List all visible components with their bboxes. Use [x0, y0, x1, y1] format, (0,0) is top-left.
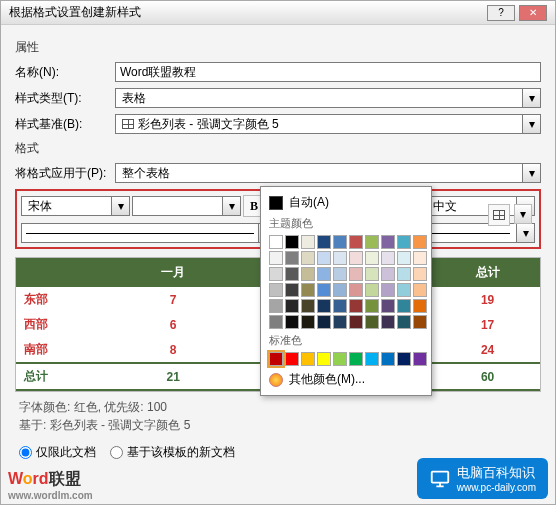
color-swatch[interactable]: [301, 235, 315, 249]
color-swatch[interactable]: [317, 251, 331, 265]
color-swatch[interactable]: [269, 267, 283, 281]
color-swatch[interactable]: [349, 299, 363, 313]
color-swatch[interactable]: [301, 283, 315, 297]
color-picker-popup: 自动(A) 主题颜色 标准色 其他颜色(M)...: [260, 186, 432, 396]
color-swatch[interactable]: [413, 315, 427, 329]
color-swatch[interactable]: [317, 352, 331, 366]
color-swatch[interactable]: [349, 235, 363, 249]
close-button[interactable]: ✕: [519, 5, 547, 21]
color-swatch[interactable]: [365, 235, 379, 249]
chevron-down-icon[interactable]: ▾: [517, 223, 535, 243]
chevron-down-icon[interactable]: ▾: [112, 196, 130, 216]
color-swatch[interactable]: [333, 251, 347, 265]
color-swatch[interactable]: [269, 283, 283, 297]
color-swatch[interactable]: [333, 315, 347, 329]
color-swatch[interactable]: [413, 251, 427, 265]
color-swatch[interactable]: [413, 352, 427, 366]
color-swatch[interactable]: [381, 352, 395, 366]
color-swatch[interactable]: [301, 299, 315, 313]
help-button[interactable]: ?: [487, 5, 515, 21]
color-swatch[interactable]: [349, 283, 363, 297]
color-swatch[interactable]: [365, 352, 379, 366]
color-swatch[interactable]: [397, 315, 411, 329]
color-swatch[interactable]: [333, 267, 347, 281]
auto-color-option[interactable]: 自动(A): [265, 191, 427, 214]
color-swatch[interactable]: [333, 235, 347, 249]
color-swatch[interactable]: [317, 235, 331, 249]
color-swatch[interactable]: [413, 299, 427, 313]
color-swatch[interactable]: [285, 315, 299, 329]
color-swatch[interactable]: [381, 235, 395, 249]
color-swatch[interactable]: [413, 283, 427, 297]
color-swatch[interactable]: [285, 352, 299, 366]
color-swatch[interactable]: [317, 299, 331, 313]
border-button[interactable]: [488, 204, 510, 226]
table-grid-icon: [122, 119, 134, 129]
color-swatch[interactable]: [365, 315, 379, 329]
color-swatch[interactable]: [349, 352, 363, 366]
apply-to-label: 将格式应用于(P):: [15, 165, 115, 182]
color-swatch[interactable]: [397, 235, 411, 249]
name-input[interactable]: [115, 62, 541, 82]
color-wheel-icon: [269, 373, 283, 387]
color-swatch[interactable]: [365, 251, 379, 265]
apply-to-select[interactable]: 整个表格: [115, 163, 523, 183]
chevron-down-icon[interactable]: ▾: [514, 204, 532, 224]
color-swatch[interactable]: [381, 267, 395, 281]
color-swatch[interactable]: [365, 283, 379, 297]
color-swatch[interactable]: [381, 283, 395, 297]
color-swatch[interactable]: [301, 315, 315, 329]
more-colors-option[interactable]: 其他颜色(M)...: [265, 368, 427, 391]
color-swatch[interactable]: [285, 283, 299, 297]
color-swatch[interactable]: [285, 299, 299, 313]
color-swatch[interactable]: [285, 251, 299, 265]
chevron-down-icon[interactable]: ▾: [523, 114, 541, 134]
color-swatch[interactable]: [381, 315, 395, 329]
color-swatch[interactable]: [413, 267, 427, 281]
color-swatch[interactable]: [397, 299, 411, 313]
color-swatch[interactable]: [269, 352, 283, 366]
font-family-select[interactable]: 宋体: [21, 196, 112, 216]
font-size-select[interactable]: [132, 196, 223, 216]
color-swatch[interactable]: [301, 267, 315, 281]
based-on-template-radio[interactable]: 基于该模板的新文档: [110, 444, 235, 461]
color-swatch[interactable]: [333, 299, 347, 313]
color-swatch[interactable]: [413, 235, 427, 249]
color-swatch[interactable]: [349, 267, 363, 281]
color-swatch[interactable]: [301, 352, 315, 366]
color-swatch[interactable]: [317, 283, 331, 297]
color-swatch[interactable]: [349, 251, 363, 265]
color-swatch[interactable]: [381, 251, 395, 265]
color-swatch[interactable]: [349, 315, 363, 329]
color-swatch[interactable]: [269, 251, 283, 265]
theme-colors-label: 主题颜色: [265, 214, 427, 233]
color-swatch[interactable]: [333, 352, 347, 366]
color-swatch[interactable]: [285, 235, 299, 249]
color-swatch[interactable]: [365, 267, 379, 281]
color-swatch[interactable]: [397, 251, 411, 265]
color-swatch[interactable]: [301, 251, 315, 265]
table-header: 总计: [435, 258, 540, 287]
color-swatch[interactable]: [397, 352, 411, 366]
chevron-down-icon[interactable]: ▾: [223, 196, 241, 216]
color-swatch[interactable]: [285, 267, 299, 281]
color-swatch[interactable]: [397, 267, 411, 281]
color-swatch[interactable]: [269, 315, 283, 329]
color-swatch[interactable]: [317, 267, 331, 281]
line-style-select[interactable]: [21, 223, 259, 243]
only-this-doc-radio[interactable]: 仅限此文档: [19, 444, 96, 461]
chevron-down-icon[interactable]: ▾: [523, 88, 541, 108]
color-swatch[interactable]: [269, 299, 283, 313]
color-swatch[interactable]: [333, 283, 347, 297]
color-swatch[interactable]: [317, 315, 331, 329]
black-swatch-icon: [269, 196, 283, 210]
watermark-logo: Word联盟 www.wordlm.com: [8, 469, 93, 501]
style-type-label: 样式类型(T):: [15, 90, 115, 107]
color-swatch[interactable]: [269, 235, 283, 249]
style-type-select[interactable]: 表格: [115, 88, 523, 108]
color-swatch[interactable]: [397, 283, 411, 297]
color-swatch[interactable]: [381, 299, 395, 313]
color-swatch[interactable]: [365, 299, 379, 313]
chevron-down-icon[interactable]: ▾: [523, 163, 541, 183]
style-base-select[interactable]: 彩色列表 - 强调文字颜色 5: [115, 114, 523, 134]
